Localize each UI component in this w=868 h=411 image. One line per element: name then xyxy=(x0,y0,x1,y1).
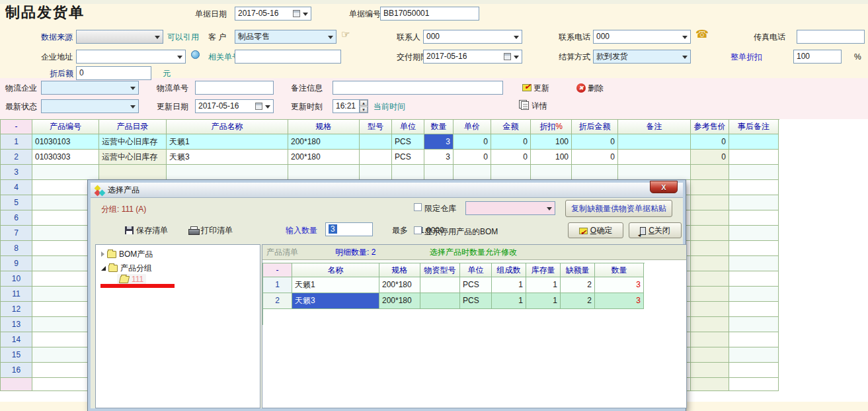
column-header[interactable]: - xyxy=(1,120,32,134)
column-header[interactable]: 缺额量 xyxy=(561,263,595,277)
row-number[interactable]: 5 xyxy=(1,195,32,210)
table-cell[interactable] xyxy=(691,347,729,363)
settle-select[interactable]: 款到发货 xyxy=(593,50,691,64)
warehouse-select[interactable] xyxy=(465,201,555,215)
table-cell[interactable] xyxy=(491,165,531,180)
table-cell[interactable]: 3 xyxy=(595,277,644,293)
time-spinner[interactable]: ▲ ▼ xyxy=(359,99,368,113)
table-cell[interactable]: 200*180 xyxy=(288,134,360,150)
column-header[interactable]: 库存量 xyxy=(526,263,561,277)
row-number[interactable]: 13 xyxy=(1,317,32,332)
row-number[interactable]: 15 xyxy=(1,347,32,363)
data-source-select[interactable] xyxy=(76,30,163,44)
row-number[interactable]: 2 xyxy=(1,150,32,165)
column-header[interactable]: 折后金额 xyxy=(572,120,618,134)
table-cell[interactable] xyxy=(729,378,779,391)
table-cell[interactable] xyxy=(392,165,424,180)
table-cell[interactable]: 1 xyxy=(492,277,526,293)
status-select[interactable] xyxy=(41,99,139,113)
table-cell[interactable] xyxy=(691,317,729,332)
tree-item-bom[interactable]: BOM产品 xyxy=(101,249,153,259)
selected-cell[interactable]: 3 xyxy=(424,134,454,150)
table-cell[interactable] xyxy=(572,165,618,180)
row-number[interactable]: 2 xyxy=(263,293,292,309)
column-header[interactable]: 单价 xyxy=(454,120,491,134)
table-cell[interactable] xyxy=(691,241,729,256)
row-number[interactable]: 3 xyxy=(1,165,32,180)
table-cell[interactable] xyxy=(618,150,691,165)
row-number[interactable]: 10 xyxy=(1,271,32,287)
table-cell[interactable] xyxy=(691,271,729,287)
row-number[interactable]: 9 xyxy=(1,256,32,271)
table-cell[interactable] xyxy=(618,134,691,150)
logi-company-select[interactable] xyxy=(41,81,139,95)
copy-shortage-button[interactable]: 复制缺额量供物资单据粘贴 xyxy=(565,200,672,217)
table-cell[interactable]: 0 xyxy=(491,150,531,165)
phone-icon[interactable]: ☎ xyxy=(695,29,709,40)
row-number[interactable]: 12 xyxy=(1,302,32,317)
table-cell[interactable] xyxy=(691,378,729,391)
table-cell[interactable] xyxy=(167,165,288,180)
row-number[interactable]: 1 xyxy=(1,134,32,150)
column-header[interactable]: 单位 xyxy=(392,120,424,134)
column-header[interactable]: - xyxy=(263,263,292,277)
table-cell[interactable] xyxy=(360,134,392,150)
dialog-titlebar[interactable]: 选择产品 xyxy=(91,183,683,198)
table-cell[interactable] xyxy=(729,287,779,302)
table-cell[interactable]: 1 xyxy=(492,293,526,309)
save-list-button[interactable]: 保存清单 xyxy=(125,224,168,236)
column-header[interactable]: 型号 xyxy=(360,120,392,134)
table-cell[interactable] xyxy=(729,241,779,256)
collapsed-triangle-icon[interactable] xyxy=(101,251,104,257)
table-cell[interactable]: 3 xyxy=(595,293,644,309)
tree-item-groups[interactable]: 产品分组 xyxy=(101,263,152,273)
table-cell[interactable] xyxy=(691,210,729,226)
spin-up-icon[interactable]: ▲ xyxy=(360,100,368,106)
limit-warehouse-checkbox[interactable] xyxy=(414,203,422,211)
table-cell[interactable] xyxy=(729,332,779,347)
table-cell[interactable]: 1 xyxy=(526,277,561,293)
contact-phone-select[interactable]: 000 xyxy=(593,30,691,44)
table-cell[interactable]: 100 xyxy=(531,134,572,150)
fax-input[interactable] xyxy=(797,30,865,44)
table-cell[interactable]: 1 xyxy=(526,293,561,309)
table-cell[interactable]: 天籁3 xyxy=(167,150,288,165)
table-cell[interactable] xyxy=(691,180,729,195)
table-cell[interactable]: 天籁1 xyxy=(292,277,379,293)
table-cell[interactable] xyxy=(729,226,779,241)
remark-input[interactable] xyxy=(333,81,503,95)
table-cell[interactable] xyxy=(99,165,167,180)
table-cell[interactable] xyxy=(729,271,779,287)
table-cell[interactable] xyxy=(729,256,779,271)
close-button[interactable]: C关闭 xyxy=(629,222,682,238)
table-cell[interactable]: 2 xyxy=(561,293,595,309)
column-header[interactable]: 产品编号 xyxy=(32,120,99,134)
column-header[interactable]: 产品名称 xyxy=(167,120,288,134)
table-cell[interactable] xyxy=(420,293,460,309)
table-cell[interactable] xyxy=(729,302,779,317)
table-cell[interactable] xyxy=(691,165,729,180)
doc-date-picker[interactable]: 2017-05-16 xyxy=(235,7,311,21)
related-no-input[interactable] xyxy=(235,50,341,64)
ok-button[interactable]: O确定 xyxy=(568,222,623,238)
update-time-input[interactable]: 16:21 xyxy=(333,99,360,113)
table-cell[interactable]: 0 xyxy=(491,134,531,150)
table-cell[interactable] xyxy=(729,134,779,150)
column-header[interactable]: 折扣% xyxy=(531,120,572,134)
delete-button[interactable]: ✖删除 xyxy=(576,81,604,94)
selected-cell[interactable]: 天籁3 xyxy=(292,293,379,309)
table-cell[interactable]: 运营中心旧库存 xyxy=(99,150,167,165)
table-cell[interactable] xyxy=(288,165,360,180)
table-cell[interactable]: 0 xyxy=(691,134,729,150)
table-cell[interactable] xyxy=(531,165,572,180)
table-cell[interactable] xyxy=(691,287,729,302)
table-cell[interactable] xyxy=(424,165,454,180)
row-number[interactable]: 1 xyxy=(263,277,292,293)
table-cell[interactable] xyxy=(691,302,729,317)
expanded-triangle-icon[interactable] xyxy=(101,266,106,271)
spin-down-icon[interactable]: ▼ xyxy=(360,107,368,113)
update-button[interactable]: 更新 xyxy=(522,81,549,94)
row-number[interactable]: 8 xyxy=(1,241,32,256)
table-cell[interactable] xyxy=(691,256,729,271)
hand-pointer-icon[interactable]: ☞ xyxy=(341,29,350,40)
